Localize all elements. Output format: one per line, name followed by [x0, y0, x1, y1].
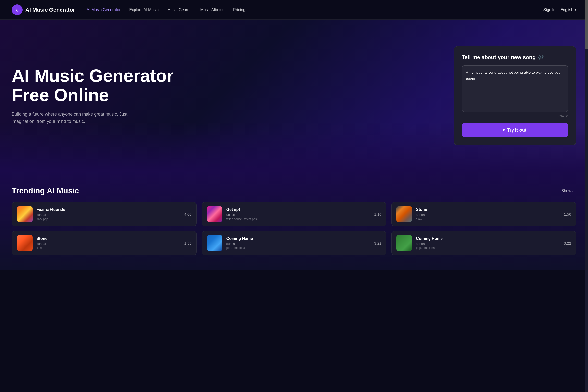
song-genre: slow: [36, 246, 180, 250]
song-genre: witch house, soviet post-...: [226, 217, 370, 221]
song-artist: udioai: [226, 213, 370, 216]
song-genre: pop, emotional: [226, 246, 370, 250]
song-duration: 4:00: [184, 212, 191, 216]
list-item[interactable]: Stone sunoai slow 1:56: [12, 231, 197, 255]
language-label: English: [560, 8, 573, 12]
hero-subtitle: Building a future where anyone can make …: [12, 111, 139, 125]
language-selector[interactable]: English ▾: [560, 8, 576, 12]
nav-links: AI Music Generator Explore AI Music Musi…: [87, 8, 544, 12]
song-genre: dark pop: [36, 217, 180, 221]
song-artist: sunoai: [36, 242, 180, 246]
music-grid: Fear & Fluoride sunoai dark pop 4:00 Get…: [12, 202, 576, 255]
album-art: [207, 206, 222, 222]
hero-left: AI Music Generator Free Online Building …: [12, 66, 178, 125]
logo-icon: ♫: [12, 4, 22, 15]
music-info: Stone sunoai slow: [36, 236, 180, 250]
song-card-title: Tell me about your new song 🎶: [462, 54, 568, 60]
nav-item-explore-ai-music[interactable]: Explore AI Music: [129, 8, 158, 12]
nav-item-music-albums[interactable]: Music Albums: [200, 8, 224, 12]
song-duration: 3:22: [564, 241, 571, 245]
song-card: Tell me about your new song 🎶 63/200 ✦ T…: [454, 46, 576, 145]
scrollbar-thumb[interactable]: [584, 0, 588, 49]
album-art: [17, 206, 32, 222]
song-title: Stone: [36, 236, 180, 241]
music-info: Get up! udioai witch house, soviet post-…: [226, 208, 370, 221]
logo-area[interactable]: ♫ AI Music Generator: [12, 4, 75, 15]
song-artist: sunoai: [226, 242, 370, 246]
song-title: Coming Home: [416, 236, 560, 241]
song-generator-card: Tell me about your new song 🎶 63/200 ✦ T…: [454, 46, 576, 145]
nav-item-music-genres[interactable]: Music Genres: [167, 8, 192, 12]
album-art: [207, 235, 222, 251]
song-title: Get up!: [226, 208, 370, 212]
list-item[interactable]: Coming Home sunoai pop, emotional 3:22: [202, 231, 386, 255]
trending-title: Trending AI Music: [12, 186, 79, 195]
song-duration: 1:56: [564, 212, 571, 216]
show-all-button[interactable]: Show all: [562, 189, 576, 193]
trending-section: Trending AI Music Show all Fear & Fluori…: [0, 172, 588, 270]
chevron-down-icon: ▾: [575, 8, 576, 12]
hero-title: AI Music Generator Free Online: [12, 66, 178, 105]
char-count: 63/200: [462, 114, 568, 118]
brand-name: AI Music Generator: [26, 6, 75, 13]
song-description-input[interactable]: [462, 66, 568, 112]
song-duration: 3:22: [374, 241, 381, 245]
scrollbar[interactable]: [584, 0, 588, 392]
music-info: Stone sunoai slow: [416, 208, 560, 221]
song-title: Fear & Fluoride: [36, 208, 180, 212]
song-title: Stone: [416, 208, 560, 212]
list-item[interactable]: Fear & Fluoride sunoai dark pop 4:00: [12, 202, 197, 226]
sign-in-button[interactable]: Sign In: [544, 8, 556, 12]
try-it-out-button[interactable]: ✦ Try it out!: [462, 123, 568, 137]
album-art: [396, 206, 412, 222]
nav-item-pricing[interactable]: Pricing: [233, 8, 245, 12]
trending-header: Trending AI Music Show all: [12, 186, 576, 195]
hero-section: AI Music Generator Free Online Building …: [0, 20, 588, 172]
music-info: Coming Home sunoai pop, emotional: [226, 236, 370, 250]
song-duration: 1:56: [184, 241, 191, 245]
list-item[interactable]: Get up! udioai witch house, soviet post-…: [202, 202, 386, 226]
song-artist: sunoai: [416, 213, 560, 216]
album-art: [17, 235, 32, 251]
navbar: ♫ AI Music Generator AI Music Generator …: [0, 0, 588, 20]
song-artist: sunoai: [416, 242, 560, 246]
music-info: Fear & Fluoride sunoai dark pop: [36, 208, 180, 221]
nav-item-ai-music-generator[interactable]: AI Music Generator: [87, 8, 120, 12]
list-item[interactable]: Stone sunoai slow 1:56: [391, 202, 576, 226]
music-note-icon: ♫: [16, 7, 19, 12]
song-duration: 1:16: [374, 212, 381, 216]
album-art: [396, 235, 412, 251]
song-artist: sunoai: [36, 213, 180, 216]
song-genre: slow: [416, 217, 560, 221]
song-genre: pop, emotional: [416, 246, 560, 250]
song-title: Coming Home: [226, 236, 370, 241]
nav-right: Sign In English ▾: [544, 8, 576, 12]
list-item[interactable]: Coming Home sunoai pop, emotional 3:22: [391, 231, 576, 255]
music-info: Coming Home sunoai pop, emotional: [416, 236, 560, 250]
